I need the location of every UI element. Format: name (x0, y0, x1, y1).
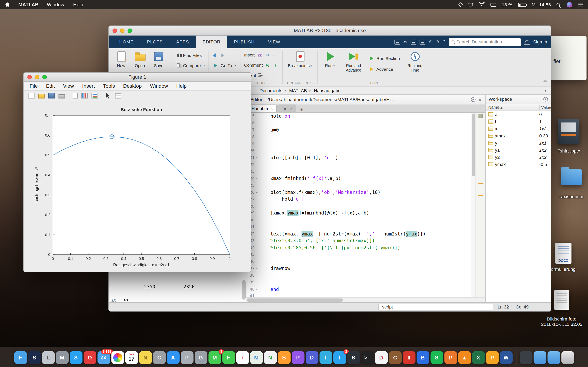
figure-menu-view[interactable]: View (63, 83, 74, 89)
figure-menu-edit[interactable]: Edit (46, 83, 55, 89)
code-line-31[interactable]: 31 (246, 224, 471, 231)
breadcrumb-item-hausaufgabe[interactable]: Hausaufgabe (314, 88, 341, 93)
dock-mission-control-icon[interactable]: M (56, 351, 68, 364)
dock-preview-icon[interactable]: P (181, 351, 193, 364)
dock-maps-icon[interactable]: M (250, 351, 263, 364)
code-line-20[interactable]: 20 (246, 147, 471, 154)
undo-icon[interactable]: ↶ (429, 40, 432, 44)
code-line-19[interactable]: 19 (246, 141, 471, 147)
dock-notes-icon[interactable]: N (139, 351, 152, 364)
workspace-col-value[interactable]: Value (539, 105, 551, 109)
line-number-gutter[interactable]: 40- (246, 286, 259, 293)
print-icon[interactable] (59, 94, 65, 99)
line-number-gutter[interactable]: 39 (246, 279, 259, 286)
code-line-18[interactable]: 18 (246, 133, 471, 141)
command-prompt[interactable]: >> (123, 297, 129, 303)
close-button[interactable] (112, 29, 117, 33)
quick-save-icon[interactable] (394, 40, 400, 44)
new-figure-icon[interactable] (28, 93, 35, 99)
comment-icon[interactable]: % (265, 63, 270, 68)
editor-indicator-strip[interactable] (476, 113, 485, 298)
uncomment-icon[interactable]: ⁒ (273, 63, 278, 68)
dock-numbers-icon[interactable]: N (264, 351, 277, 364)
apple-menu-icon[interactable] (5, 1, 10, 8)
workspace-row-y2[interactable]: y21x2 (486, 154, 551, 161)
dock-opera-icon[interactable]: O (84, 351, 96, 364)
breadcrumb-item-documents[interactable]: Documents (259, 88, 282, 93)
menu-window[interactable]: Window (47, 2, 64, 8)
pptx-file-icon[interactable] (558, 119, 579, 144)
editor-hscrollbar[interactable] (246, 297, 485, 302)
figure-menu-window[interactable]: Window (150, 83, 168, 89)
code-line-28[interactable]: 28 (246, 203, 471, 210)
screenshot-file-label[interactable]: Bildschirmfoto 2018-10-…11.32.03 (539, 317, 585, 327)
workspace-row-a[interactable]: a0 (486, 111, 551, 118)
dock-mail-icon[interactable]: @6.369 (97, 351, 110, 364)
dock-siri-icon[interactable]: S (28, 351, 41, 364)
print-preview-icon[interactable] (73, 93, 78, 99)
open-file-icon[interactable] (38, 94, 44, 99)
line-number-gutter[interactable]: 41 (246, 293, 259, 297)
close-tab-icon[interactable]: × (290, 106, 293, 111)
dock-podcasts-icon[interactable]: P (292, 351, 304, 364)
workspace-row-y[interactable]: y1x1 (486, 139, 551, 146)
close-button[interactable] (27, 75, 32, 79)
code-line-22[interactable]: 22 (246, 161, 471, 168)
figure-titlebar[interactable]: Figure 1 (24, 73, 251, 82)
code-line-35[interactable]: 35 (246, 251, 471, 258)
pptx-file-label[interactable]: Tshirt .pptx (552, 148, 586, 154)
workspace-col-name[interactable]: Name ▴ (486, 105, 539, 110)
insert-legend-icon[interactable] (91, 93, 98, 99)
save-figure-icon[interactable] (48, 93, 55, 99)
code-line-29[interactable]: 29- [xmax,ymax]=fminbnd(@(x) -f(x),a,b) (246, 210, 471, 217)
insert-section-icon[interactable]: Fa (265, 53, 270, 58)
docx-file-icon[interactable]: DOCX (555, 243, 571, 264)
goto-button[interactable]: Go To▾ (213, 60, 236, 71)
code-line-32[interactable]: 32- text(xmax, ymax, [ num2str(xmax), ',… (246, 231, 471, 238)
workspace-row-b[interactable]: b1 (486, 118, 551, 125)
dock-discord-icon[interactable]: D (305, 351, 318, 364)
display-icon[interactable] (491, 3, 496, 7)
code-line-24[interactable]: 24- xmax=fminbnd('-f(x)',a,b) (246, 175, 471, 182)
dock-books-icon[interactable]: B (278, 351, 290, 364)
code-line-23[interactable]: 23 (246, 168, 471, 175)
forward-icon[interactable] (221, 53, 224, 58)
code-line-25[interactable]: 25 (246, 182, 471, 189)
insert-fx-icon[interactable]: fx (257, 53, 263, 58)
dock-folder-downloads-icon[interactable] (534, 351, 546, 364)
dock-spotify-icon[interactable]: S (430, 351, 443, 364)
editor-actions-icon[interactable] (471, 97, 476, 102)
screenshot-file-icon[interactable] (554, 290, 569, 310)
wifi-icon[interactable] (479, 2, 485, 8)
paste-icon[interactable] (420, 40, 425, 44)
siri-icon[interactable] (567, 2, 572, 8)
desktop-folder-icon[interactable] (561, 169, 582, 185)
dock-bluetooth-icon[interactable]: B (416, 351, 429, 364)
code-line-26[interactable]: 26- plot(xmax,f(xmax),'ob','Markersize',… (246, 189, 471, 196)
app-menu[interactable]: MATLAB (18, 2, 39, 8)
workspace-actions-icon[interactable] (543, 97, 548, 101)
minimize-button[interactable] (35, 75, 39, 79)
menu-help[interactable]: Help (73, 2, 83, 8)
workspace-row-y1[interactable]: y11x2 (486, 146, 551, 154)
figure-menu-insert[interactable]: Insert (82, 83, 95, 89)
dock-dictionary-icon[interactable]: D (375, 351, 388, 364)
tab-publish[interactable]: PUBLISH (227, 35, 261, 48)
workspace-row-ymax[interactable]: ymax-0.5 (486, 161, 551, 168)
dock-finder-icon[interactable]: F (14, 351, 27, 364)
code-line-27[interactable]: 27- hold off (246, 196, 471, 203)
editor-tab-f.m[interactable]: f.m× (278, 104, 296, 112)
desktop-folder-label[interactable]: raxisbericht (551, 194, 588, 199)
dock-facetime-icon[interactable]: F (222, 351, 235, 364)
figure-menu-tools[interactable]: Tools (103, 83, 115, 89)
code-analyzer-indicator[interactable] (479, 114, 483, 118)
dock-twitter-icon[interactable]: t3 (333, 351, 346, 364)
dock-pages-icon[interactable]: P (486, 351, 498, 364)
dock-safari-icon[interactable]: S (70, 351, 82, 364)
data-brush-icon[interactable] (115, 93, 121, 99)
menubar-clock[interactable]: Mi. 14:56 (532, 2, 551, 7)
tab-plots[interactable]: PLOTS (140, 35, 169, 48)
run-time-button[interactable]: Run and Time (403, 50, 427, 80)
code-line-30[interactable]: 30 (246, 217, 471, 224)
zoom-button[interactable] (43, 75, 47, 79)
